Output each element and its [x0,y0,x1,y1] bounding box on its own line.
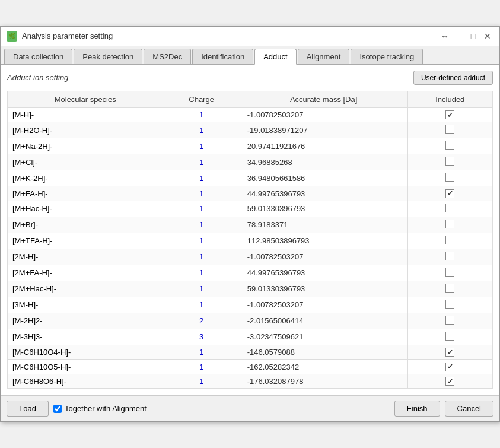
included-checkbox[interactable] [445,204,454,212]
cell-included[interactable] [407,360,492,374]
load-button[interactable]: Load [7,401,49,417]
tab-isotope-tracking[interactable]: Isotope tracking [351,49,423,64]
cell-species: [M+Na-2H]- [8,138,163,154]
cell-species: [M-3H]3- [8,329,163,345]
tab-data-collection[interactable]: Data collection [4,49,72,64]
included-checkbox[interactable] [445,377,454,386]
cell-charge: 1 [163,265,240,281]
included-checkbox[interactable] [445,110,454,119]
cell-included[interactable] [407,374,492,389]
included-checkbox[interactable] [445,348,454,357]
included-checkbox[interactable] [445,157,454,166]
cell-included[interactable] [407,233,492,249]
cell-charge: 1 [163,186,240,201]
table-row: [2M+FA-H]-144.99765396793 [8,265,493,281]
cell-mass: -162.05282342 [240,360,407,374]
cell-included[interactable] [407,265,492,281]
cell-charge: 1 [163,107,240,122]
together-with-alignment-checkbox[interactable] [53,405,62,413]
cell-mass: -146.0579088 [240,345,407,360]
tab-peak-detection[interactable]: Peak detection [74,49,142,64]
cell-mass: 36.94805661586 [240,170,407,186]
included-checkbox[interactable] [445,252,454,260]
cell-included[interactable] [407,281,492,297]
cell-species: [M-H]- [8,107,163,122]
main-window: 🌿 Analysis parameter setting ↔ — □ ✕ Dat… [0,26,500,422]
cell-species: [3M-H]- [8,297,163,313]
user-defined-adduct-button[interactable]: User-defined adduct [413,71,493,85]
cell-charge: 1 [163,345,240,360]
included-checkbox[interactable] [445,236,454,244]
cell-mass: 34.96885268 [240,154,407,170]
cell-species: [2M+Hac-H]- [8,281,163,297]
included-checkbox[interactable] [445,125,454,134]
included-checkbox[interactable] [445,173,454,182]
cell-mass: 59.01330396793 [240,281,407,297]
move-button[interactable]: ↔ [439,30,451,42]
cell-mass: 112.98503896793 [240,233,407,249]
cell-species: [2M-H]- [8,249,163,265]
cell-mass: 44.99765396793 [240,186,407,201]
table-row: [M+TFA-H]-1112.98503896793 [8,233,493,249]
included-checkbox[interactable] [445,268,454,277]
cell-mass: -1.00782503207 [240,107,407,122]
cell-mass: -19.01838971207 [240,122,407,138]
maximize-button[interactable]: □ [467,30,479,42]
included-checkbox[interactable] [445,332,454,341]
cell-included[interactable] [407,107,492,122]
cell-mass: -2.01565006414 [240,313,407,329]
cell-included[interactable] [407,186,492,201]
tab-ms2dec[interactable]: MS2Dec [144,49,191,64]
close-button[interactable]: ✕ [482,30,493,42]
tab-alignment[interactable]: Alignment [298,49,350,64]
cell-included[interactable] [407,313,492,329]
cell-species: [M+Hac-H]- [8,201,163,217]
cancel-button[interactable]: Cancel [445,401,493,417]
cell-included[interactable] [407,329,492,345]
cell-included[interactable] [407,122,492,138]
table-row: [M+Hac-H]-159.01330396793 [8,201,493,217]
cell-included[interactable] [407,170,492,186]
cell-included[interactable] [407,138,492,154]
table-row: [M+Cl]-134.96885268 [8,154,493,170]
table-row: [M-C6H10O4-H]-1-146.0579088 [8,345,493,360]
cell-charge: 1 [163,281,240,297]
cell-species: [M-2H]2- [8,313,163,329]
cell-charge: 1 [163,154,240,170]
included-checkbox[interactable] [445,220,454,228]
cell-charge: 1 [163,374,240,389]
cell-mass: 59.01330396793 [240,201,407,217]
included-checkbox[interactable] [445,284,454,293]
cell-charge: 1 [163,217,240,233]
included-checkbox[interactable] [445,300,454,309]
included-checkbox[interactable] [445,189,454,198]
table-row: [M-H]-1-1.00782503207 [8,107,493,122]
cell-species: [M+K-2H]- [8,170,163,186]
table-row: [2M+Hac-H]-159.01330396793 [8,281,493,297]
table-row: [M-2H]2-2-2.01565006414 [8,313,493,329]
finish-button[interactable]: Finish [394,401,440,417]
title-bar: 🌿 Analysis parameter setting ↔ — □ ✕ [1,27,499,46]
cell-included[interactable] [407,249,492,265]
cell-included[interactable] [407,297,492,313]
included-checkbox[interactable] [445,316,454,325]
cell-charge: 1 [163,138,240,154]
table-row: [2M-H]-1-1.00782503207 [8,249,493,265]
minimize-button[interactable]: — [453,30,465,42]
section-header: Adduct ion setting User-defined adduct [7,71,493,85]
tab-identification[interactable]: Identification [192,49,253,64]
cell-charge: 1 [163,233,240,249]
cell-included[interactable] [407,154,492,170]
table-row: [3M-H]-1-1.00782503207 [8,297,493,313]
cell-species: [M+Cl]- [8,154,163,170]
cell-included[interactable] [407,345,492,360]
cell-charge: 1 [163,360,240,374]
app-icon: 🌿 [7,31,17,42]
included-checkbox[interactable] [445,141,454,150]
table-row: [M-C6H8O6-H]-1-176.032087978 [8,374,493,389]
together-with-alignment-container: Together with Alignment [53,404,147,413]
included-checkbox[interactable] [445,363,454,371]
tab-adduct[interactable]: Adduct [254,49,296,65]
cell-included[interactable] [407,201,492,217]
cell-included[interactable] [407,217,492,233]
